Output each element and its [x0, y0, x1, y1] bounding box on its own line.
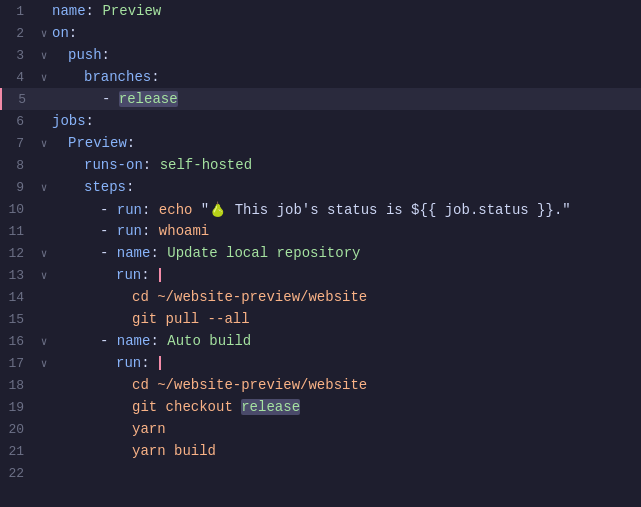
line-content-21: yarn build	[52, 443, 633, 459]
line-content-16: - name: Auto build	[52, 333, 633, 349]
line-number-17: 17	[0, 356, 36, 371]
line-content-1: name: Preview	[52, 3, 633, 19]
line-content-10: - run: echo "🍐 This job's status is ${{ …	[52, 201, 633, 218]
line-number-1: 1	[0, 4, 36, 19]
line-22: 22	[0, 462, 641, 484]
line-11: 11 - run: whoami	[0, 220, 641, 242]
fold-arrow-2[interactable]: ∨	[36, 27, 52, 40]
line-7: 7 ∨ Preview:	[0, 132, 641, 154]
line-content-15: git pull --all	[52, 311, 633, 327]
line-number-21: 21	[0, 444, 36, 459]
line-content-5: - release	[54, 91, 633, 107]
line-number-12: 12	[0, 246, 36, 261]
line-number-19: 19	[0, 400, 36, 415]
line-content-8: runs-on: self-hosted	[52, 157, 633, 173]
line-number-20: 20	[0, 422, 36, 437]
line-number-4: 4	[0, 70, 36, 85]
line-content-17: run:	[52, 355, 633, 371]
line-content-18: cd ~/website-preview/website	[52, 377, 633, 393]
line-number-8: 8	[0, 158, 36, 173]
line-content-6: jobs:	[52, 113, 633, 129]
line-content-11: - run: whoami	[52, 223, 633, 239]
line-19: 19 git checkout release	[0, 396, 641, 418]
line-10: 10 - run: echo "🍐 This job's status is $…	[0, 198, 641, 220]
line-content-12: - name: Update local repository	[52, 245, 633, 261]
line-number-10: 10	[0, 202, 36, 217]
code-editor: 1 name: Preview 2 ∨ on: 3 ∨ push: 4 ∨ br…	[0, 0, 641, 507]
line-14: 14 cd ~/website-preview/website	[0, 286, 641, 308]
fold-arrow-4[interactable]: ∨	[36, 71, 52, 84]
line-21: 21 yarn build	[0, 440, 641, 462]
line-number-2: 2	[0, 26, 36, 41]
line-number-22: 22	[0, 466, 36, 481]
fold-arrow-7[interactable]: ∨	[36, 137, 52, 150]
line-content-7: Preview:	[52, 135, 633, 151]
line-18: 18 cd ~/website-preview/website	[0, 374, 641, 396]
line-number-3: 3	[0, 48, 36, 63]
line-number-18: 18	[0, 378, 36, 393]
line-content-4: branches:	[52, 69, 633, 85]
fold-arrow-13[interactable]: ∨	[36, 269, 52, 282]
line-1: 1 name: Preview	[0, 0, 641, 22]
line-number-5: 5	[2, 92, 38, 107]
line-number-15: 15	[0, 312, 36, 327]
fold-arrow-16[interactable]: ∨	[36, 335, 52, 348]
line-9: 9 ∨ steps:	[0, 176, 641, 198]
line-15: 15 git pull --all	[0, 308, 641, 330]
fold-arrow-12[interactable]: ∨	[36, 247, 52, 260]
line-content-9: steps:	[52, 179, 633, 195]
line-number-9: 9	[0, 180, 36, 195]
line-13: 13 ∨ run:	[0, 264, 641, 286]
line-content-2: on:	[52, 25, 633, 41]
fold-arrow-9[interactable]: ∨	[36, 181, 52, 194]
line-content-20: yarn	[52, 421, 633, 437]
line-20: 20 yarn	[0, 418, 641, 440]
line-4: 4 ∨ branches:	[0, 66, 641, 88]
line-2: 2 ∨ on:	[0, 22, 641, 44]
line-6: 6 jobs:	[0, 110, 641, 132]
line-number-6: 6	[0, 114, 36, 129]
fold-arrow-3[interactable]: ∨	[36, 49, 52, 62]
line-5: 5 - release	[0, 88, 641, 110]
line-3: 3 ∨ push:	[0, 44, 641, 66]
line-number-13: 13	[0, 268, 36, 283]
fold-arrow-17[interactable]: ∨	[36, 357, 52, 370]
line-number-14: 14	[0, 290, 36, 305]
line-content-19: git checkout release	[52, 399, 633, 415]
line-content-14: cd ~/website-preview/website	[52, 289, 633, 305]
line-12: 12 ∨ - name: Update local repository	[0, 242, 641, 264]
line-17: 17 ∨ run:	[0, 352, 641, 374]
line-content-13: run:	[52, 267, 633, 283]
line-8: 8 runs-on: self-hosted	[0, 154, 641, 176]
line-number-16: 16	[0, 334, 36, 349]
line-number-11: 11	[0, 224, 36, 239]
line-content-3: push:	[52, 47, 633, 63]
line-number-7: 7	[0, 136, 36, 151]
line-16: 16 ∨ - name: Auto build	[0, 330, 641, 352]
